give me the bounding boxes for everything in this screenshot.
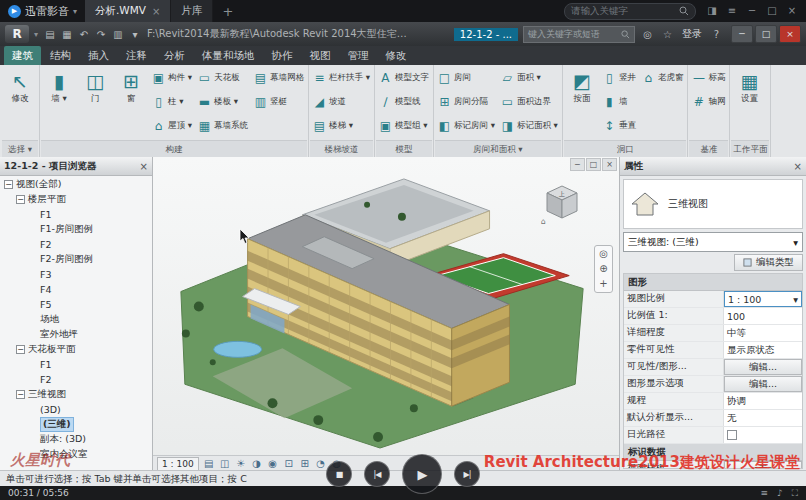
model-text-button[interactable]: A模型文字	[376, 66, 432, 90]
home-icon[interactable]: ⌂	[541, 217, 546, 226]
property-value[interactable]: 编辑...	[724, 359, 802, 375]
modify-button[interactable]: ↖修改	[2, 66, 38, 140]
column-button[interactable]: ▯柱 ▾	[149, 90, 195, 114]
tree-item[interactable]: F4	[0, 282, 152, 297]
viewcube-top-label[interactable]: 上	[558, 190, 565, 197]
opening-by-face-button[interactable]: ◩按面	[564, 66, 600, 140]
grid-button[interactable]: #轴网	[689, 90, 728, 114]
next-button[interactable]: ▶|	[454, 461, 480, 487]
section-header[interactable]: 图形	[624, 274, 802, 291]
close-icon[interactable]: ×	[794, 161, 802, 172]
previous-button[interactable]: |◀	[364, 461, 390, 487]
new-tab-button[interactable]: +	[213, 4, 242, 19]
pan-icon[interactable]: +	[599, 279, 607, 289]
room-separator-button[interactable]: ⊞房间分隔	[435, 90, 498, 114]
zoom-icon[interactable]: ⊕	[599, 264, 607, 274]
minimize-icon[interactable]: ─	[742, 0, 762, 22]
tree-item[interactable]: −天花板平面	[0, 342, 152, 357]
shaft-button[interactable]: ▯竖井	[600, 66, 639, 90]
ribbon-tab-5[interactable]: 分析	[156, 46, 193, 65]
ceiling-button[interactable]: ▭天花板	[195, 66, 251, 90]
roof-button[interactable]: ⌂屋顶 ▾	[149, 114, 195, 138]
area-boundary-button[interactable]: ▭面积边界	[498, 90, 561, 114]
wall-button[interactable]: ▮墙 ▾	[41, 66, 77, 140]
dormer-button[interactable]: ⌂老虎窗	[639, 66, 687, 90]
viewcube[interactable]: 上 ⌂	[539, 181, 585, 227]
properties-header[interactable]: 属性 ×	[620, 157, 806, 176]
tag-room-button[interactable]: ◧标记房间 ▾	[435, 114, 498, 138]
property-value[interactable]: 编辑...	[724, 376, 802, 392]
tree-item[interactable]: 场地	[0, 312, 152, 327]
view-minimize-icon[interactable]: ─	[570, 158, 585, 171]
sun-path-icon[interactable]: ☀	[234, 458, 248, 469]
revit-logo[interactable]: R	[5, 25, 29, 43]
panel-label[interactable]: 工作平面	[731, 140, 769, 157]
view-restore-icon[interactable]: □	[586, 158, 601, 171]
room-button[interactable]: □房间	[435, 66, 498, 90]
tree-item[interactable]: 副本: (3D)	[0, 432, 152, 447]
tree-item[interactable]: −视图(全部)	[0, 177, 152, 192]
play-pause-button[interactable]: ▶	[402, 454, 442, 494]
edit-type-button[interactable]: 编辑类型	[734, 254, 803, 271]
help-icon[interactable]: ?	[709, 29, 724, 40]
panel-label[interactable]: 基准	[689, 140, 728, 157]
window-button[interactable]: ⊞窗	[113, 66, 149, 140]
ramp-button[interactable]: ◢坡道	[310, 90, 373, 114]
revit-search-box[interactable]: 键入关键字或短语	[523, 26, 635, 43]
tree-item[interactable]: (三维)	[0, 417, 152, 432]
tree-item[interactable]: F3	[0, 267, 152, 282]
tree-item[interactable]: F1-房间图例	[0, 222, 152, 237]
panel-label[interactable]: 楼梯坡道	[310, 140, 373, 157]
visual-style-icon[interactable]: ◫	[218, 458, 232, 469]
favorites-star-icon[interactable]: ☆	[660, 29, 675, 40]
scale-button[interactable]: 1 : 100	[157, 457, 199, 471]
open-icon[interactable]: ▤	[43, 29, 57, 40]
panel-label[interactable]: 构建	[41, 140, 307, 157]
property-value[interactable]	[724, 427, 802, 443]
shadows-icon[interactable]: ◑	[250, 458, 264, 469]
property-value[interactable]: 协调	[724, 393, 802, 409]
tree-item[interactable]: F2	[0, 372, 152, 387]
communication-center-icon[interactable]: ◎	[640, 29, 655, 40]
main-menu-icon[interactable]: ≡	[722, 0, 742, 22]
wall-opening-button[interactable]: ▮墙	[600, 90, 639, 114]
tree-item[interactable]: F1	[0, 207, 152, 222]
panel-label[interactable]: 洞口	[564, 140, 687, 157]
ribbon-tab-2[interactable]: 结构	[42, 46, 79, 65]
panel-label[interactable]: 房间和面积 ▾	[435, 140, 561, 157]
close-icon[interactable]: ×	[782, 0, 802, 22]
model-line-button[interactable]: ∕模型线	[376, 90, 432, 114]
project-browser-header[interactable]: 12-1-2 - 项目浏览器 ×	[0, 157, 152, 176]
expand-icon[interactable]: −	[16, 345, 25, 354]
skin-icon[interactable]: ◨	[702, 0, 722, 22]
dropdown-arrow-icon[interactable]: ▾	[793, 294, 798, 305]
tree-item[interactable]: F5	[0, 297, 152, 312]
stair-button[interactable]: ▤楼梯 ▾	[310, 114, 373, 138]
tree-item[interactable]: 室外地坪	[0, 327, 152, 342]
property-value[interactable]: 1 : 100▾	[724, 291, 802, 307]
save-icon[interactable]: ▦	[60, 29, 74, 40]
model-group-button[interactable]: ▣模型组 ▾	[376, 114, 432, 138]
ribbon-tab-1[interactable]: 建筑	[4, 46, 41, 65]
stop-button[interactable]: ■	[326, 461, 352, 487]
player-search-box[interactable]: 请输入关键字	[564, 3, 696, 20]
level-button[interactable]: —标高	[689, 66, 728, 90]
crop-view-icon[interactable]: ⊡	[282, 458, 296, 469]
search-icon[interactable]	[621, 30, 630, 39]
railing-button[interactable]: ≡栏杆扶手 ▾	[310, 66, 373, 90]
tree-item[interactable]: F1	[0, 357, 152, 372]
player-logo[interactable]: ▶ 迅雷影音 ▾	[0, 4, 85, 19]
floor-button[interactable]: ▬楼板 ▾	[195, 90, 251, 114]
fullscreen-icon[interactable]: ⛶	[792, 488, 798, 499]
door-button[interactable]: ◫门	[77, 66, 113, 140]
qat-dropdown-icon[interactable]: ▾	[128, 29, 142, 40]
print-icon[interactable]: ▥	[111, 29, 125, 40]
panel-label[interactable]: 模型	[376, 140, 432, 157]
property-value[interactable]: 100	[724, 308, 802, 324]
ribbon-tab-4[interactable]: 注释	[118, 46, 155, 65]
volume-icon[interactable]: ♪	[777, 488, 783, 499]
close-tab-icon[interactable]: ×	[152, 6, 160, 17]
ribbon-tab-6[interactable]: 体量和场地	[194, 46, 263, 65]
tree-item[interactable]: F2-房间图例	[0, 252, 152, 267]
curtain-system-button[interactable]: ▦幕墙系统	[195, 114, 251, 138]
